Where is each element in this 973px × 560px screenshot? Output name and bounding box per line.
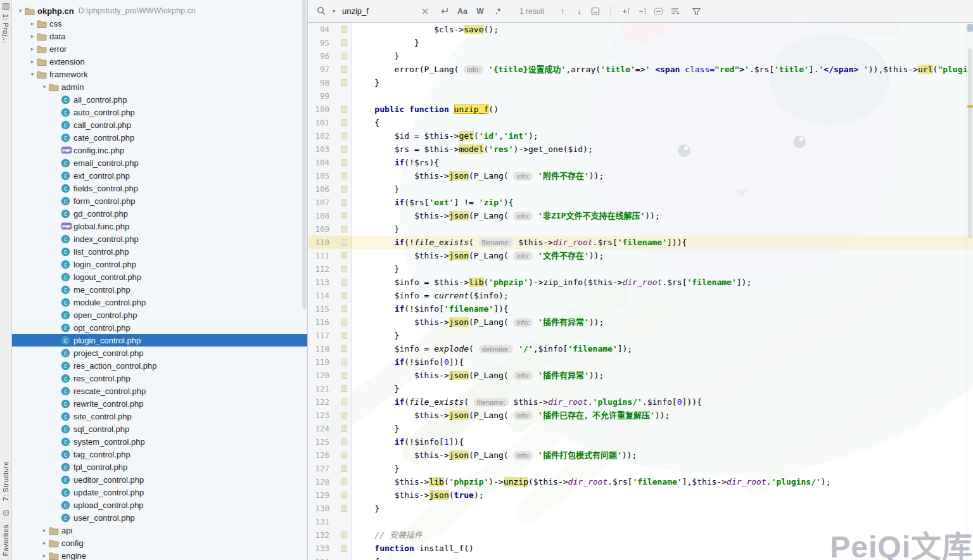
tree-item-site_control.php[interactable]: csite_control.php (12, 410, 307, 423)
code-line-96[interactable]: 96 } (308, 49, 973, 63)
code-line-130[interactable]: 130 } (308, 502, 973, 515)
tree-item-tpl_control.php[interactable]: ctpl_control.php (12, 461, 307, 473)
code-line-103[interactable]: 103 $rs = $this->model('res')->get_one($… (308, 143, 973, 156)
tree-item-extension[interactable]: ▸extension (12, 55, 307, 68)
chevron-right-icon[interactable]: ▸ (40, 524, 49, 537)
code-line-118[interactable]: 118 $info = explode( delimiter: '/',$inf… (308, 342, 973, 355)
clear-search-icon[interactable] (418, 5, 432, 18)
chevron-right-icon[interactable]: ▸ (28, 55, 37, 68)
newline-icon[interactable]: ↵ (438, 5, 452, 18)
code-line-100[interactable]: 100 public function unzip_f() (308, 103, 973, 116)
code-line-133[interactable]: 133 function install_f() (308, 542, 973, 555)
prev-occurrence-button[interactable]: ↑ (556, 6, 569, 16)
code-line-110[interactable]: 110 if(!file_exists( filename: $this->di… (308, 236, 973, 249)
tree-scrollbar[interactable] (302, 0, 307, 309)
tree-item-user_control.php[interactable]: cuser_control.php (12, 511, 307, 524)
tree-item-admin[interactable]: ▾admin (12, 80, 307, 93)
code-line-112[interactable]: 112 } (308, 262, 973, 276)
tree-item-module_control.php[interactable]: cmodule_control.php (12, 296, 307, 309)
tree-item-list_control.php[interactable]: clist_control.php (12, 245, 307, 258)
scrollbar-thumb[interactable] (968, 48, 972, 238)
chevron-down-icon[interactable]: ▾ (40, 80, 49, 93)
code-line-106[interactable]: 106 } (308, 182, 973, 196)
code-line-95[interactable]: 95 } (308, 36, 973, 49)
chevron-right-icon[interactable]: ▸ (28, 30, 37, 42)
inspections-widget[interactable] (967, 24, 973, 32)
tree-item-css[interactable]: ▸css (12, 17, 307, 30)
search-query-input[interactable]: unzip_f (340, 5, 416, 17)
code-line-94[interactable]: 94 $cls->save(); (308, 23, 973, 36)
tree-item-global.func.php[interactable]: PHPglobal.func.php (12, 220, 307, 232)
tree-item-sql_control.php[interactable]: csql_control.php (12, 423, 307, 435)
code-line-108[interactable]: 108 $this->json(P_Lang( info: '非ZIP文件不支持… (308, 209, 973, 222)
code-line-109[interactable]: 109 } (308, 222, 973, 236)
tree-item-update_control.php[interactable]: cupdate_control.php (12, 486, 307, 499)
tree-item-ext_control.php[interactable]: cext_control.php (12, 169, 307, 182)
tree-item-fields_control.php[interactable]: cfields_control.php (12, 182, 307, 194)
code-line-124[interactable]: 124 } (308, 422, 973, 435)
whole-words-toggle[interactable]: W (473, 6, 488, 17)
search-history-chevron-icon[interactable]: ▾ (331, 5, 337, 18)
code-line-129[interactable]: 129 $this->json(true); (308, 488, 973, 502)
tree-item-cate_control.php[interactable]: ccate_control.php (12, 131, 307, 144)
code-line-121[interactable]: 121 } (308, 382, 973, 395)
add-selection-icon[interactable] (618, 5, 632, 18)
tree-item-framework[interactable]: ▾framework (12, 68, 307, 80)
tree-item-rewrite_control.php[interactable]: crewrite_control.php (12, 397, 307, 410)
tool-window-grid-icon[interactable] (3, 3, 10, 10)
remove-selection-icon[interactable] (635, 5, 649, 18)
tree-item-res_control.php[interactable]: cres_control.php (12, 372, 307, 385)
code-line-119[interactable]: 119 if(!$info[0]){ (308, 355, 973, 369)
code-line-134[interactable]: 134 { (308, 555, 973, 560)
tree-item-rescate_control.php[interactable]: crescate_control.php (12, 385, 307, 397)
tree-item-me_control.php[interactable]: cme_control.php (12, 283, 307, 296)
filter-icon[interactable] (689, 5, 703, 18)
tree-item-data[interactable]: ▸data (12, 30, 307, 42)
code-line-113[interactable]: 113 $info = $this->lib('phpzip')->zip_in… (308, 276, 973, 289)
chevron-right-icon[interactable]: ▸ (40, 549, 49, 560)
code-line-107[interactable]: 107 if($rs['ext'] != 'zip'){ (308, 196, 973, 209)
chevron-down-icon[interactable]: ▾ (28, 68, 37, 80)
tree-item-config.inc.php[interactable]: PHPconfig.inc.php (12, 144, 307, 156)
select-all-occurrences-icon[interactable] (651, 5, 665, 18)
next-occurrence-button[interactable]: ↓ (572, 6, 586, 16)
tree-item-gd_control.php[interactable]: cgd_control.php (12, 207, 307, 220)
code-line-116[interactable]: 116 $this->json(P_Lang( info: '插件有异常')); (308, 315, 973, 329)
code-line-125[interactable]: 125 if(!$info[1]){ (308, 435, 973, 449)
tree-item-email_control.php[interactable]: cemail_control.php (12, 156, 307, 169)
chevron-down-icon[interactable]: ▾ (16, 4, 25, 17)
tree-item-config[interactable]: ▸config (12, 537, 307, 549)
tree-item-opt_control.php[interactable]: copt_control.php (12, 321, 307, 334)
chevron-right-icon[interactable]: ▸ (28, 42, 37, 55)
code-line-102[interactable]: 102 $id = $this->get('id','int'); (308, 129, 973, 143)
tree-item-system_control.php[interactable]: csystem_control.php (12, 435, 307, 448)
code-line-127[interactable]: 127 } (308, 462, 973, 475)
code-line-131[interactable]: 131 (308, 515, 973, 528)
tree-item-res_action_control.php[interactable]: cres_action_control.php (12, 359, 307, 372)
code-line-99[interactable]: 99 (308, 89, 973, 103)
code-line-98[interactable]: 98 } (308, 76, 973, 89)
tree-item-logout_control.php[interactable]: clogout_control.php (12, 270, 307, 283)
tree-item-login_control.php[interactable]: clogin_control.php (12, 258, 307, 270)
tree-item-plugin_control.php[interactable]: cplugin_control.php (12, 334, 307, 347)
code-line-122[interactable]: 122 if(file_exists( filename: $this->dir… (308, 395, 973, 409)
stripe-project-label[interactable]: 1: Proj... (2, 14, 10, 43)
chevron-right-icon[interactable]: ▸ (40, 537, 49, 549)
stripe-favorites-label[interactable]: Favorites (2, 525, 10, 556)
tree-item-all_control.php[interactable]: call_control.php (12, 93, 307, 106)
code-line-132[interactable]: 132 // 安装插件 (308, 528, 973, 542)
code-line-128[interactable]: 128 $this->lib('phpzip')->unzip($this->d… (308, 475, 973, 488)
match-case-toggle[interactable]: Aa (455, 6, 470, 17)
code-editor[interactable]: PeiQi文库 94 $cls->save();95 }96 }97 error… (308, 23, 973, 560)
code-line-105[interactable]: 105 $this->json(P_Lang( info: '附件不存在')); (308, 169, 973, 182)
code-line-111[interactable]: 111 $this->json(P_Lang( info: '文件不存在')); (308, 249, 973, 262)
tree-item-form_control.php[interactable]: cform_control.php (12, 194, 307, 207)
search-options-icon[interactable] (668, 5, 682, 18)
stripe-structure-label[interactable]: 7: Structure (2, 461, 10, 501)
tree-item-okphp.cn[interactable]: ▾okphp.cnD:\phpstudy_pro\WWW\okphp.cn (12, 4, 307, 17)
regex-toggle[interactable]: .* (490, 6, 506, 17)
tree-item-engine[interactable]: ▸engine (12, 549, 307, 560)
code-line-97[interactable]: 97 error(P_Lang( info: '{title}设置成功',arr… (308, 63, 973, 76)
tree-item-tag_control.php[interactable]: ctag_control.php (12, 448, 307, 461)
code-line-120[interactable]: 120 $this->json(P_Lang( info: '插件有异常')); (308, 369, 973, 382)
